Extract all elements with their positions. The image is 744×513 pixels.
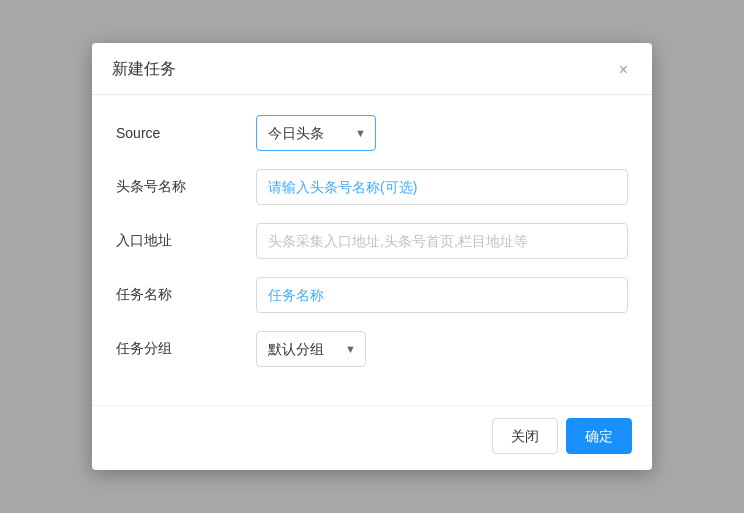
label-source: Source (116, 125, 256, 141)
modal-footer: 关闭 确定 (92, 405, 652, 470)
label-task-name: 任务名称 (116, 286, 256, 304)
entry-url-input[interactable] (256, 223, 628, 259)
modal-title: 新建任务 (112, 59, 176, 80)
form-row-entry-url: 入口地址 (116, 223, 628, 259)
control-account-name (256, 169, 628, 205)
modal-header: 新建任务 × (92, 43, 652, 95)
control-task-name (256, 277, 628, 313)
modal-dialog: 新建任务 × Source 今日头条 微博 微信 ▼ (92, 43, 652, 470)
task-group-select[interactable]: 默认分组 (256, 331, 366, 367)
confirm-button[interactable]: 确定 (566, 418, 632, 454)
form-row-account-name: 头条号名称 (116, 169, 628, 205)
source-select-wrapper: 今日头条 微博 微信 ▼ (256, 115, 376, 151)
close-button[interactable]: × (615, 60, 632, 80)
modal-overlay: 新建任务 × Source 今日头条 微博 微信 ▼ (0, 0, 744, 513)
label-account-name: 头条号名称 (116, 178, 256, 196)
control-source: 今日头条 微博 微信 ▼ (256, 115, 628, 151)
modal-body: Source 今日头条 微博 微信 ▼ 头条号名称 (92, 95, 652, 405)
control-entry-url (256, 223, 628, 259)
form-row-task-group: 任务分组 默认分组 ▼ (116, 331, 628, 367)
control-task-group: 默认分组 ▼ (256, 331, 628, 367)
task-name-input[interactable] (256, 277, 628, 313)
cancel-button[interactable]: 关闭 (492, 418, 558, 454)
task-group-select-wrapper: 默认分组 ▼ (256, 331, 366, 367)
label-entry-url: 入口地址 (116, 232, 256, 250)
form-row-task-name: 任务名称 (116, 277, 628, 313)
account-name-input[interactable] (256, 169, 628, 205)
form-row-source: Source 今日头条 微博 微信 ▼ (116, 115, 628, 151)
source-select[interactable]: 今日头条 微博 微信 (256, 115, 376, 151)
label-task-group: 任务分组 (116, 340, 256, 358)
